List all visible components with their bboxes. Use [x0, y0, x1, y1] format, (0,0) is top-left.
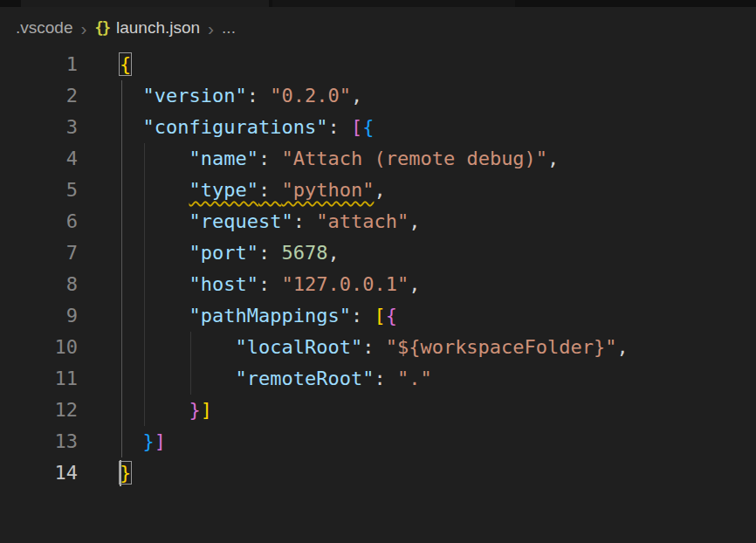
line-number[interactable]: 3: [0, 112, 83, 143]
code-token: "Attach (remote debug)": [281, 148, 547, 169]
code-token: [120, 85, 143, 107]
line-number[interactable]: 9: [0, 300, 83, 332]
code-area[interactable]: { "version": "0.2.0", "configurations": …: [120, 49, 756, 489]
tab-bottom-sliver: [21, 0, 269, 7]
code-token: "request": [189, 210, 292, 232]
code-token: "python": [281, 179, 374, 201]
code-token: ".": [397, 368, 432, 389]
code-token: :: [258, 273, 282, 295]
code-token: [120, 273, 189, 295]
code-token: [: [374, 305, 385, 326]
code-token: "name": [189, 148, 258, 169]
code-line[interactable]: }]: [120, 395, 756, 426]
code-line[interactable]: "configurations": [{: [120, 112, 756, 143]
line-number[interactable]: 6: [0, 206, 83, 237]
tab-bottom-sliver: [272, 0, 515, 7]
code-line[interactable]: "request": "attach",: [120, 206, 756, 237]
editor-window: .vscode › {} launch.json › ... 123456789…: [0, 0, 756, 543]
code-token: "configurations": [143, 116, 328, 138]
code-token: :: [374, 368, 397, 389]
chevron-right-icon: ›: [79, 19, 87, 38]
code-token: ,: [409, 273, 420, 295]
code-token: "type": "python": [189, 179, 374, 201]
code-token: "0.2.0": [270, 85, 351, 107]
code-token: ]: [155, 430, 166, 452]
code-line[interactable]: "port": 5678,: [120, 237, 756, 269]
code-token: }: [143, 430, 155, 452]
line-number[interactable]: 11: [0, 363, 83, 395]
code-token: :: [327, 116, 351, 138]
code-token: [120, 210, 189, 232]
code-token: ]: [201, 399, 212, 421]
code-line[interactable]: "type": "python",: [120, 175, 756, 206]
code-token: ,: [617, 336, 629, 358]
code-token: ,: [409, 210, 420, 232]
code-token: [: [351, 116, 362, 138]
code-line[interactable]: {: [120, 49, 756, 80]
code-line[interactable]: "host": "127.0.0.1",: [120, 269, 756, 300]
code-token: [120, 368, 235, 389]
code-token: ,: [327, 242, 339, 264]
line-number[interactable]: 8: [0, 269, 83, 300]
line-number[interactable]: 4: [0, 143, 83, 175]
chevron-right-icon: ›: [207, 19, 215, 38]
code-line[interactable]: "remoteRoot": ".": [120, 363, 756, 395]
code-line[interactable]: "name": "Attach (remote debug)",: [120, 143, 756, 175]
breadcrumb-folder-label: .vscode: [16, 18, 72, 38]
code-token: {: [386, 305, 397, 326]
code-token: :: [293, 210, 317, 232]
code-token: ,: [547, 148, 559, 169]
line-number[interactable]: 7: [0, 237, 83, 269]
code-token: [120, 399, 189, 421]
code-token: "pathMappings": [189, 305, 350, 326]
breadcrumb-folder[interactable]: .vscode: [16, 18, 72, 38]
line-number[interactable]: 13: [0, 426, 83, 457]
code-token: [120, 116, 143, 138]
code-token: :: [351, 305, 375, 326]
code-token: [120, 148, 189, 169]
code-token: "remoteRoot": [235, 368, 374, 389]
code-token: 5678: [281, 242, 327, 264]
line-number[interactable]: 12: [0, 395, 83, 426]
line-number[interactable]: 10: [0, 332, 83, 363]
code-token: [120, 179, 189, 201]
code-token: }: [189, 399, 200, 421]
code-token: "127.0.0.1": [281, 273, 409, 295]
gutter: 1234567891011121314: [0, 49, 83, 489]
code-token: :: [258, 148, 282, 169]
line-number[interactable]: 5: [0, 175, 83, 206]
code-line[interactable]: }]: [120, 426, 756, 457]
code-token: [120, 336, 235, 358]
code-token: {: [120, 53, 131, 75]
code-token: :: [258, 242, 282, 264]
code-token: "version": [143, 85, 247, 107]
line-number[interactable]: 2: [0, 80, 83, 112]
text-cursor: [120, 460, 121, 486]
breadcrumb-file-label: launch.json: [116, 18, 200, 38]
code-token: ,: [374, 179, 385, 201]
json-file-icon: {}: [94, 19, 110, 37]
breadcrumb: .vscode › {} launch.json › ...: [0, 7, 756, 49]
code-token: "port": [189, 242, 258, 264]
code-token: "host": [189, 273, 258, 295]
line-number[interactable]: 1: [0, 49, 83, 80]
line-number[interactable]: 14: [0, 457, 83, 489]
tab-bar-edge: [0, 0, 756, 7]
code-line[interactable]: "localRoot": "${workspaceFolder}",: [120, 332, 756, 363]
code-token: "localRoot": [235, 336, 362, 358]
code-token: [120, 305, 189, 326]
code-line[interactable]: }: [120, 457, 756, 489]
code-token: :: [362, 336, 386, 358]
code-token: "${workspaceFolder}": [386, 336, 617, 358]
code-token: [120, 430, 143, 452]
code-line[interactable]: "version": "0.2.0",: [120, 80, 756, 112]
breadcrumb-symbol-label: ...: [222, 18, 236, 38]
code-token: "attach": [316, 210, 409, 232]
code-token: ,: [351, 85, 362, 107]
code-token: :: [258, 179, 282, 201]
code-token: [120, 242, 189, 264]
breadcrumb-file[interactable]: {} launch.json: [94, 18, 200, 38]
breadcrumb-symbol[interactable]: ...: [222, 18, 236, 38]
code-token: {: [362, 116, 374, 138]
code-line[interactable]: "pathMappings": [{: [120, 300, 756, 332]
